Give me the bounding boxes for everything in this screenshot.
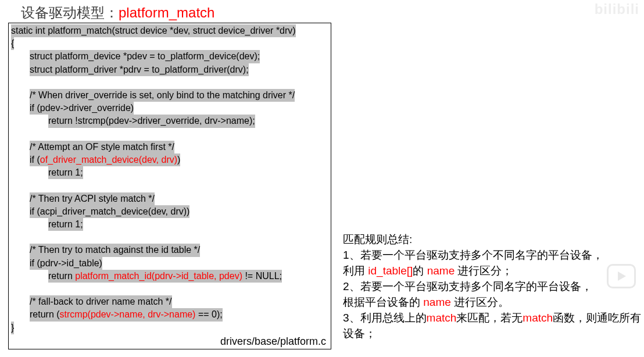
note-2b-hl: name [423, 296, 451, 308]
title-prefix: 设备驱动模型： [21, 5, 119, 20]
title-highlighted: platform_match [119, 5, 214, 20]
code-segment: strcmp(pdev->name, drv->name) [60, 308, 196, 321]
note-3-hl2: match [523, 312, 553, 324]
code-line: if (pdrv->id_table) [11, 257, 328, 270]
code-line [11, 128, 328, 141]
code-segment: struct platform_device *pdev = to_platfo… [30, 50, 260, 63]
code-line: static int platform_match(struct device … [11, 24, 328, 37]
note-1b-mid: 的 [413, 265, 427, 277]
code-segment: } [11, 322, 14, 334]
code-line [11, 76, 328, 89]
code-segment: platform_match_id(pdrv->id_table, pdev) [75, 270, 242, 283]
code-segment: return [48, 270, 75, 283]
note-3-mid: 来匹配，若无 [456, 312, 523, 324]
play-icon [607, 264, 636, 288]
code-line: { [11, 37, 328, 50]
notes-heading: 匹配规则总结: [343, 231, 644, 247]
code-segment: return 1; [48, 218, 83, 231]
watermark-text: bilibili [595, 1, 639, 17]
code-block: static int platform_match(struct device … [8, 23, 331, 349]
code-segment: struct platform_driver *pdrv = to_platfo… [30, 63, 249, 76]
note-3: 3、利用总线上的match来匹配，若无match函数，则通吃所有设备； [343, 310, 644, 341]
code-line: } [11, 322, 328, 334]
code-line: return platform_match_id(pdrv->id_table,… [11, 270, 328, 283]
note-2a: 2、若要一个平台驱动支持多个同名字的平台设备， [343, 279, 644, 294]
code-line: struct platform_device *pdev = to_platfo… [11, 50, 328, 63]
code-segment: return 1; [48, 166, 83, 179]
note-1b-post: 进行区分； [455, 265, 513, 277]
code-line: if (pdev->driver_override) [11, 102, 328, 115]
code-line: if (acpi_driver_match_device(dev, drv)) [11, 205, 328, 218]
summary-notes: 匹配规则总结: 1、若要一个平台驱动支持多个不同名字的平台设备， 利用 id_t… [343, 231, 644, 341]
note-1b-hl2: name [427, 265, 455, 277]
code-segment: != NULL; [242, 270, 282, 283]
code-segment: if (pdrv->id_table) [30, 257, 102, 270]
code-segment: static int platform_match(struct device … [11, 24, 296, 37]
code-segment: /* Then try ACPI style match */ [30, 192, 155, 205]
svg-marker-0 [618, 272, 626, 281]
note-1b-pre: 利用 [343, 265, 368, 277]
code-line: /* Then try to match against the id tabl… [11, 244, 328, 256]
code-segment: /* Then try to match against the id tabl… [30, 244, 200, 256]
code-line [11, 231, 328, 244]
code-line: return (strcmp(pdev->name, drv->name) ==… [11, 308, 328, 321]
code-lines: static int platform_match(struct device … [11, 24, 328, 334]
code-segment: == 0); [195, 308, 222, 321]
code-line: return 1; [11, 218, 328, 231]
code-line: return !strcmp(pdev->driver_override, dr… [11, 115, 328, 127]
code-segment: /* When driver_override is set, only bin… [30, 89, 295, 102]
code-line: return 1; [11, 166, 328, 179]
code-segment: ) [177, 153, 180, 166]
code-segment: /* Attempt an OF style match first */ [30, 141, 174, 153]
code-line: struct platform_driver *pdrv = to_platfo… [11, 63, 328, 76]
code-line [11, 179, 328, 192]
note-1a: 1、若要一个平台驱动支持多个不同名字的平台设备， [343, 247, 644, 263]
note-2b: 根据平台设备的 name 进行区分。 [343, 294, 644, 310]
slide-title: 设备驱动模型：platform_match [21, 3, 214, 22]
note-1b: 利用 id_table[]的 name 进行区分； [343, 263, 644, 279]
code-segment: return !strcmp(pdev->driver_override, dr… [48, 115, 255, 127]
note-2b-pre: 根据平台设备的 [343, 296, 423, 308]
code-line: /* When driver_override is set, only bin… [11, 89, 328, 102]
note-3-hl1: match [427, 312, 457, 324]
source-file-path: drivers/base/platform.c [220, 335, 326, 348]
code-segment: /* fall-back to driver name match */ [30, 295, 172, 308]
note-2b-post: 进行区分。 [451, 296, 509, 308]
code-line [11, 283, 328, 295]
code-segment: { [11, 37, 14, 50]
code-line: /* fall-back to driver name match */ [11, 295, 328, 308]
note-1b-hl1: id_table[] [368, 265, 413, 277]
code-line: if (of_driver_match_device(dev, drv)) [11, 153, 328, 166]
code-line: /* Then try ACPI style match */ [11, 192, 328, 205]
code-segment: if (pdev->driver_override) [30, 102, 134, 115]
code-segment: if (acpi_driver_match_device(dev, drv)) [30, 205, 189, 218]
code-segment: return ( [30, 308, 60, 321]
code-segment: if ( [30, 153, 40, 166]
code-segment: of_driver_match_device(dev, drv) [40, 153, 177, 166]
note-3-pre: 3、利用总线上的 [343, 312, 427, 324]
code-line: /* Attempt an OF style match first */ [11, 141, 328, 153]
